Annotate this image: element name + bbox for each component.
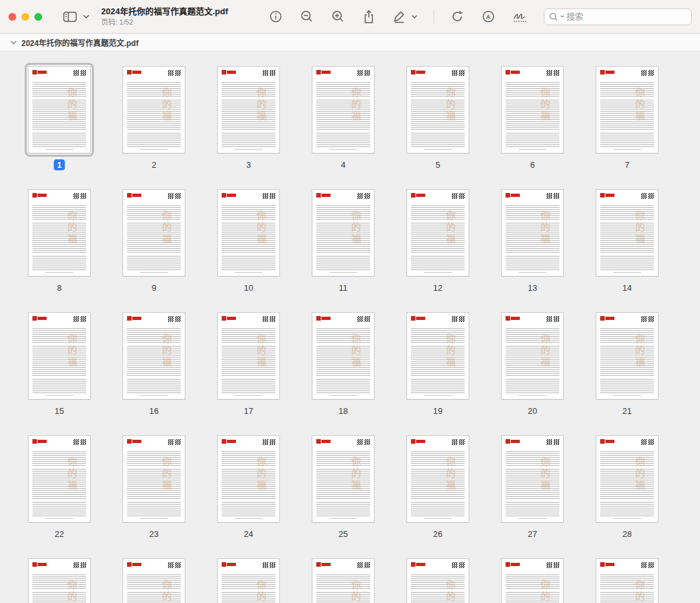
- page-number[interactable]: 22: [51, 529, 67, 540]
- page-thumbnail[interactable]: 你的福: [312, 313, 374, 399]
- share-icon[interactable]: [361, 8, 377, 25]
- thumbnail-header: [127, 439, 181, 447]
- page-thumbnail[interactable]: 你的福: [407, 436, 469, 522]
- page-number[interactable]: 28: [619, 529, 635, 540]
- page-thumbnail[interactable]: 你的福: [502, 67, 563, 153]
- highlight-icon[interactable]: A: [480, 8, 496, 25]
- signature-icon[interactable]: [511, 10, 530, 24]
- search-field[interactable]: [544, 8, 692, 25]
- page-thumbnail[interactable]: 你的福: [596, 190, 658, 276]
- thumbnail-footer-line: [45, 272, 74, 273]
- thumbnail-selection-frame: 你的福: [498, 432, 567, 526]
- page-thumbnail[interactable]: 你的福: [29, 559, 90, 603]
- page-number[interactable]: 7: [622, 159, 633, 170]
- page-number[interactable]: 2: [148, 159, 159, 170]
- page-number[interactable]: 25: [335, 529, 351, 540]
- page-thumbnail[interactable]: 你的福: [218, 67, 279, 153]
- brand-logo-icon: [32, 70, 47, 74]
- page-thumbnail[interactable]: 你的福: [29, 436, 90, 522]
- sidebar-icon[interactable]: [62, 10, 78, 24]
- close-button[interactable]: [8, 13, 16, 21]
- page-number[interactable]: 1: [54, 159, 65, 170]
- thumbnail-footer-line: [235, 149, 263, 150]
- page-number[interactable]: 24: [240, 529, 256, 540]
- search-scope-chevron-icon: [560, 15, 565, 18]
- page-number[interactable]: 13: [524, 282, 540, 293]
- page-number[interactable]: 9: [148, 282, 159, 293]
- markup-icon[interactable]: [391, 9, 407, 25]
- thumbnail-text-lines: [32, 326, 86, 393]
- page-thumbnail[interactable]: 你的福: [123, 67, 185, 153]
- rotate-icon[interactable]: [449, 8, 465, 25]
- page-thumbnail[interactable]: 你的福: [407, 190, 469, 276]
- page-thumbnail[interactable]: 你的福: [596, 313, 658, 399]
- page-thumbnail[interactable]: 你的福: [123, 559, 185, 603]
- page-thumbnail[interactable]: 你的福: [596, 559, 658, 603]
- info-icon[interactable]: [268, 8, 284, 25]
- markup-chevron-icon[interactable]: [410, 14, 419, 20]
- zoom-out-icon[interactable]: [299, 8, 315, 25]
- page-thumbnail[interactable]: 你的福: [312, 190, 374, 276]
- page-number[interactable]: 21: [619, 405, 635, 416]
- thumbnail-text-lines: [506, 326, 559, 393]
- page-thumbnail[interactable]: 你的福: [312, 436, 374, 522]
- page-number[interactable]: 6: [527, 159, 538, 170]
- page-thumbnail[interactable]: 你的福: [29, 190, 90, 276]
- page-number[interactable]: 18: [335, 405, 351, 416]
- thumbnail-footer-line: [329, 272, 358, 273]
- page-thumbnail[interactable]: 你的福: [29, 67, 90, 153]
- page-thumbnail[interactable]: 你的福: [312, 67, 374, 153]
- page-thumbnail[interactable]: 你的福: [312, 559, 374, 603]
- page-number[interactable]: 16: [146, 405, 161, 416]
- page-thumbnail[interactable]: 你的福: [123, 190, 185, 276]
- disclosure-chevron-icon[interactable]: [10, 40, 17, 45]
- page-number[interactable]: 4: [338, 159, 349, 170]
- page-thumbnail[interactable]: 你的福: [29, 313, 90, 399]
- chevron-down-icon[interactable]: [82, 13, 91, 20]
- page-number[interactable]: 23: [146, 529, 161, 540]
- page-thumbnail[interactable]: 你的福: [218, 436, 279, 522]
- search-input[interactable]: [566, 12, 686, 21]
- thumbnail-selection-frame: 你的福: [25, 432, 94, 526]
- page-thumbnail[interactable]: 你的福: [218, 313, 279, 399]
- thumbnail-header: [316, 193, 370, 201]
- thumbnail-selection-frame: 你的福: [25, 309, 94, 403]
- page-thumbnail[interactable]: 你的福: [596, 67, 658, 153]
- zoom-window-button[interactable]: [34, 13, 42, 21]
- thumbnail-header: [600, 562, 654, 570]
- page-thumbnail[interactable]: 你的福: [596, 436, 658, 522]
- page-number[interactable]: 17: [240, 405, 256, 416]
- page-number[interactable]: 5: [432, 159, 443, 170]
- zoom-in-icon[interactable]: [330, 8, 346, 25]
- brand-logo-icon: [127, 316, 141, 321]
- page-number[interactable]: 19: [430, 405, 445, 416]
- page-number[interactable]: 12: [430, 282, 445, 293]
- page-cell: 你的福1: [25, 63, 94, 170]
- minimize-button[interactable]: [21, 13, 29, 21]
- page-thumbnail[interactable]: 你的福: [502, 190, 563, 276]
- page-number[interactable]: 8: [54, 282, 65, 293]
- page-number[interactable]: 3: [243, 159, 254, 170]
- page-thumbnail[interactable]: 你的福: [407, 67, 469, 153]
- page-thumbnail[interactable]: 你的福: [502, 436, 563, 522]
- page-number[interactable]: 11: [336, 282, 351, 293]
- page-number[interactable]: 20: [524, 405, 540, 416]
- thumbnail-text-lines: [600, 449, 654, 516]
- page-thumbnail[interactable]: 你的福: [407, 313, 469, 399]
- page-thumbnail[interactable]: 你的福: [502, 313, 563, 399]
- qr-codes-icon: [452, 193, 465, 199]
- page-thumbnail[interactable]: 你的福: [218, 190, 279, 276]
- page-thumbnail[interactable]: 你的福: [502, 559, 563, 603]
- page-number[interactable]: 15: [51, 405, 67, 416]
- page-number[interactable]: 14: [619, 282, 635, 293]
- qr-codes-icon: [357, 70, 370, 76]
- qr-codes-icon: [262, 193, 275, 199]
- page-thumbnail[interactable]: 你的福: [218, 559, 279, 603]
- brand-logo-icon: [32, 193, 47, 198]
- page-thumbnail[interactable]: 你的福: [123, 436, 185, 522]
- page-thumbnail[interactable]: 你的福: [123, 313, 185, 399]
- page-thumbnail[interactable]: 你的福: [407, 559, 469, 603]
- page-number[interactable]: 27: [524, 529, 540, 540]
- page-number[interactable]: 26: [430, 529, 445, 540]
- page-number[interactable]: 10: [240, 282, 256, 293]
